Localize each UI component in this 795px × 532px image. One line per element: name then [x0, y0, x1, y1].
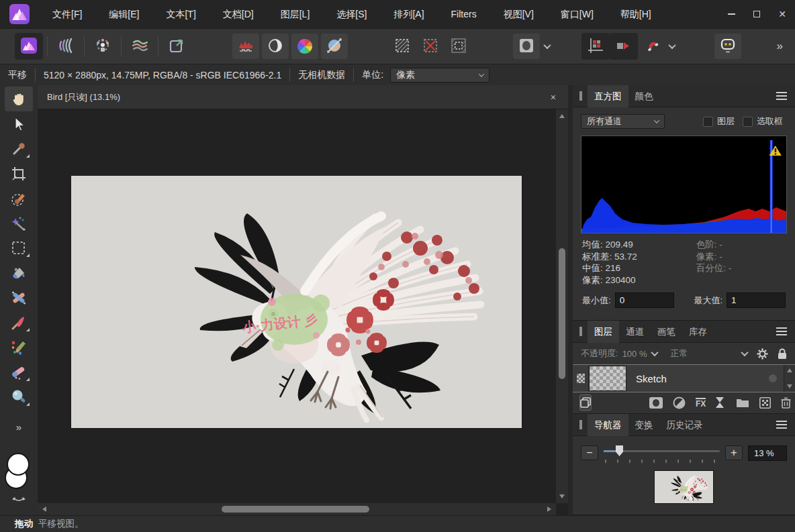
tab-channels[interactable]: 通道 [619, 321, 651, 343]
menu-file[interactable]: 文件[F] [39, 0, 95, 28]
auto-white-balance-button[interactable] [321, 34, 348, 59]
move-tool[interactable] [5, 111, 33, 136]
photo-persona-button[interactable] [15, 33, 43, 60]
tools-overflow-button[interactable]: » [16, 421, 21, 433]
auto-levels-button[interactable] [232, 34, 259, 59]
maximize-button[interactable] [744, 0, 769, 28]
vertical-scrollbar[interactable] [556, 109, 568, 503]
adjustment-layer-button[interactable] [673, 396, 686, 409]
min-value-input[interactable] [615, 292, 674, 308]
layer-checkbox[interactable] [703, 117, 713, 127]
auto-colors-button[interactable] [291, 34, 318, 59]
panel-grip-icon[interactable] [579, 91, 582, 101]
zoom-slider-handle[interactable] [616, 445, 623, 456]
move-forward-button[interactable] [610, 33, 638, 60]
tab-stock[interactable]: 库存 [682, 321, 714, 343]
marquee-checkbox[interactable] [743, 117, 753, 127]
panel-menu-icon[interactable] [776, 421, 787, 429]
eraser-tool[interactable] [5, 360, 33, 384]
mask-layer-button[interactable] [649, 397, 663, 409]
liquify-persona-button[interactable] [52, 33, 80, 60]
develop-persona-button[interactable] [89, 33, 117, 60]
panel-grip-icon[interactable] [579, 420, 582, 429]
menu-select[interactable]: 选择[S] [323, 0, 380, 28]
layer-thumbnail[interactable] [589, 366, 626, 391]
smudge-tool[interactable] [5, 285, 33, 310]
mask-vignette-button[interactable] [513, 34, 540, 59]
max-value-input[interactable] [727, 292, 786, 308]
menu-window[interactable]: 窗口[W] [547, 0, 607, 28]
color-replacement-brush-tool[interactable] [5, 335, 33, 360]
panel-resize-gutter[interactable] [568, 85, 573, 515]
view-pan-tool[interactable] [5, 87, 33, 111]
blend-mode-dropdown[interactable]: 正常 [671, 348, 688, 360]
deselect-button[interactable] [416, 33, 445, 60]
snapping-button[interactable] [638, 33, 666, 60]
menu-arrange[interactable]: 排列[A] [380, 0, 437, 28]
scroll-up-arrow[interactable] [787, 368, 792, 372]
new-pixel-layer-button[interactable] [759, 397, 771, 409]
tab-brushes[interactable]: 画笔 [651, 321, 682, 343]
select-all-button[interactable] [388, 33, 416, 60]
gear-icon[interactable] [757, 348, 768, 360]
menu-edit[interactable]: 编辑[E] [95, 0, 152, 28]
invert-selection-button[interactable] [445, 33, 473, 60]
toolbar-overflow-button[interactable]: » [770, 40, 790, 53]
document-tab[interactable]: Bird [只读] (13.1%) × [38, 85, 568, 109]
tab-history[interactable]: 历史记录 [660, 414, 710, 436]
tone-mapping-persona-button[interactable] [126, 33, 154, 60]
vertical-scroll-thumb[interactable] [559, 248, 565, 379]
delete-layer-button[interactable] [781, 397, 791, 409]
zoom-out-button[interactable]: − [581, 445, 598, 460]
zoom-value-field[interactable]: 13 % [748, 445, 787, 461]
snapping-options-chevron[interactable] [666, 34, 678, 59]
menu-view[interactable]: 视图[V] [490, 0, 547, 28]
zoom-in-button[interactable]: + [725, 445, 743, 460]
channel-dropdown[interactable]: 所有通道 [581, 114, 665, 129]
menu-text[interactable]: 文本[T] [152, 0, 209, 28]
document-close-button[interactable]: × [548, 92, 559, 103]
flood-select-tool[interactable] [5, 211, 33, 235]
zoom-slider[interactable] [604, 444, 720, 462]
swap-colors-icon[interactable] [11, 496, 26, 504]
fill-tool[interactable] [5, 260, 33, 285]
layer-alpha-toggle[interactable] [573, 365, 589, 392]
menu-help[interactable]: 帮助[H] [607, 0, 665, 28]
auto-contrast-button[interactable] [262, 34, 289, 59]
crop-tool[interactable] [5, 161, 33, 186]
assistant-alignment-button[interactable] [581, 33, 610, 60]
layer-name[interactable]: Sketch [626, 365, 769, 392]
foreground-color-swatch[interactable] [7, 453, 30, 476]
color-picker-tool[interactable] [5, 136, 33, 161]
units-dropdown[interactable]: 像素 [390, 68, 489, 83]
menu-layer[interactable]: 图层[L] [267, 0, 324, 28]
paint-brush-tool[interactable] [5, 310, 33, 335]
export-persona-button[interactable] [162, 33, 191, 60]
duplicate-layer-button[interactable] [579, 394, 592, 411]
panel-grip-icon[interactable] [579, 327, 582, 336]
opacity-dropdown[interactable]: 100 % [622, 349, 657, 359]
marquee-select-tool[interactable] [5, 235, 33, 260]
minimize-button[interactable] [718, 0, 744, 28]
tab-color[interactable]: 颜色 [628, 85, 660, 107]
scroll-down-arrow[interactable] [787, 384, 792, 388]
canvas-viewport[interactable]: 小·力设计 彡 [38, 109, 556, 503]
tab-histogram[interactable]: 直方图 [588, 85, 628, 107]
layer-effects-button[interactable]: FX [696, 398, 706, 408]
assistant-manager-button[interactable] [714, 34, 741, 59]
layer-visibility-toggle[interactable] [769, 374, 777, 382]
close-button[interactable]: ✕ [769, 0, 795, 28]
panel-menu-icon[interactable] [776, 327, 787, 335]
tab-navigator[interactable]: 导航器 [588, 414, 628, 436]
histogram-graph[interactable] [581, 136, 787, 233]
scroll-right-arrow[interactable] [547, 507, 551, 512]
group-layers-button[interactable] [736, 397, 749, 408]
tab-layers[interactable]: 图层 [588, 321, 619, 343]
scroll-left-arrow[interactable] [42, 507, 46, 512]
menu-document[interactable]: 文档[D] [209, 0, 267, 28]
layer-list-scrollbar[interactable] [784, 365, 795, 392]
blur-tool[interactable] [5, 384, 33, 409]
blend-mode-chevron[interactable] [741, 349, 748, 356]
lock-icon[interactable] [778, 348, 787, 360]
mask-options-chevron[interactable] [541, 34, 553, 59]
